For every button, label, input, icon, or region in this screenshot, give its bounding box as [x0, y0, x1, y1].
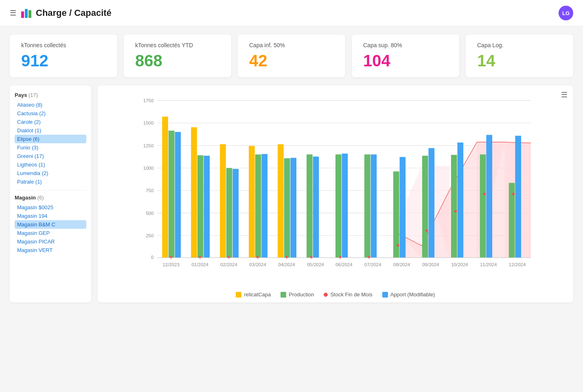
bar-production-6: [335, 154, 342, 258]
page-title: Charge / Capacité: [36, 8, 112, 18]
sidebar-item-magasin-194[interactable]: Magasin 194: [15, 212, 86, 220]
bar-relicatcapa-2: [220, 144, 226, 258]
bar-apport-11: [486, 135, 492, 258]
dot-stock-7: [368, 256, 370, 258]
sidebar-divider: [15, 190, 86, 191]
bar-production-11: [480, 154, 486, 258]
legend-dot-production: [281, 292, 286, 298]
menu-icon[interactable]: ☰: [10, 9, 16, 18]
svg-text:11/2024: 11/2024: [480, 262, 497, 267]
svg-rect-0: [21, 11, 24, 18]
legend-dot-relicatcapa: [236, 292, 241, 298]
kpi-label-0: kTonnes collectés: [21, 42, 106, 48]
main-content: Pays (17) Aliaseo (8) Cactusia (2) Carol…: [0, 85, 583, 312]
bar-production-10: [451, 155, 457, 258]
svg-text:1750: 1750: [143, 98, 154, 103]
svg-text:1250: 1250: [143, 143, 154, 148]
bar-production-1: [197, 155, 204, 257]
sidebar-item-magasin-bmc[interactable]: Magasin B&M C: [15, 220, 86, 229]
sidebar-item-diaklot[interactable]: Diaklot (1): [15, 126, 86, 135]
svg-text:10/2024: 10/2024: [451, 262, 468, 267]
legend-label-stock: Stock Fin de Mois: [330, 291, 372, 298]
sidebar-item-lumendia[interactable]: Lumendia (2): [15, 169, 86, 177]
kpi-label-2: Capa inf. 50%: [249, 42, 334, 48]
sidebar-item-aliaseo[interactable]: Aliaseo (8): [15, 101, 86, 109]
chart-container: 1750 1500 1250 1000 750 500 250 0: [106, 92, 565, 287]
svg-text:750: 750: [146, 188, 153, 193]
chart-legend: relicatCapa Production Stock Fin de Mois…: [106, 291, 565, 298]
svg-text:500: 500: [146, 211, 153, 216]
sidebar-item-carole[interactable]: Carole (2): [15, 118, 86, 126]
kpi-card-1: kTonnes collectés YTD 868: [124, 35, 231, 77]
header-left: ☰ Charge / Capacité: [10, 7, 112, 19]
svg-text:02/2024: 02/2024: [220, 262, 237, 267]
svg-text:06/2024: 06/2024: [335, 262, 353, 267]
kpi-value-4: 14: [477, 52, 562, 70]
bar-apport-3: [261, 154, 267, 258]
kpi-label-4: Capa Log.: [477, 42, 562, 48]
bar-apport-0: [175, 132, 181, 258]
bar-apport-7: [371, 154, 377, 258]
avatar[interactable]: LG: [559, 6, 573, 20]
kpi-card-3: Capa sup. 80% 104: [352, 35, 459, 77]
dot-stock-2: [228, 256, 230, 258]
sidebar-item-magasin-0025[interactable]: Magasin $0025: [15, 203, 86, 212]
legend-production: Production: [281, 291, 314, 298]
svg-text:07/2024: 07/2024: [364, 262, 381, 267]
kpi-value-3: 104: [363, 52, 448, 70]
bar-production-0: [169, 131, 175, 258]
kpi-row: kTonnes collectés 912 kTonnes collectés …: [0, 26, 583, 85]
legend-apport: Apport (Modifiable): [382, 291, 435, 298]
kpi-card-0: kTonnes collectés 912: [10, 35, 117, 77]
dot-stock-8: [397, 244, 399, 247]
magasin-section-title: Magasin (6): [15, 195, 86, 201]
legend-stock: Stock Fin de Mois: [324, 291, 372, 298]
dot-stock-12: [512, 193, 515, 195]
bar-apport-9: [429, 148, 435, 258]
svg-text:1500: 1500: [143, 120, 154, 125]
dot-stock-5: [310, 256, 312, 258]
svg-text:05/2024: 05/2024: [307, 262, 324, 267]
bar-relicatcapa-1: [191, 127, 197, 258]
sidebar-item-funio[interactable]: Funio (3): [15, 143, 86, 152]
bar-production-5: [307, 154, 313, 258]
svg-text:12/2023: 12/2023: [162, 262, 179, 267]
sidebar-item-elipse[interactable]: Elipse (6): [15, 135, 86, 143]
legend-relicatcapa: relicatCapa: [236, 291, 271, 298]
sidebar-item-cactusia[interactable]: Cactusia (2): [15, 109, 86, 118]
legend-dot-stock: [324, 293, 328, 297]
svg-rect-1: [25, 9, 28, 18]
sidebar-item-patrale[interactable]: Patrale (1): [15, 177, 86, 186]
logo-icon: [20, 7, 32, 19]
dot-stock-1: [199, 256, 201, 258]
sidebar-item-magasin-gep[interactable]: Magasin GEP: [15, 229, 86, 237]
bar-apport-1: [204, 156, 210, 258]
dot-stock-6: [339, 256, 341, 258]
sidebar-item-magasin-vert[interactable]: Magasin VERT: [15, 246, 86, 254]
kpi-label-3: Capa sup. 80%: [363, 42, 448, 48]
bar-apport-4: [290, 158, 296, 258]
bar-apport-5: [313, 157, 319, 258]
bar-relicatcapa-4: [278, 144, 284, 258]
chart-panel: ☰ 1750 1500 1250 100: [98, 85, 573, 302]
sidebar-item-magasin-picar[interactable]: Magasin PICAR: [15, 237, 86, 246]
svg-text:04/2024: 04/2024: [278, 262, 295, 267]
svg-text:1000: 1000: [143, 166, 154, 171]
dot-stock-3: [256, 256, 259, 258]
sidebar-item-ligtheos[interactable]: Ligtheos (1): [15, 160, 86, 169]
bar-apport-8: [400, 157, 406, 258]
bar-apport-12: [515, 136, 521, 257]
kpi-value-1: 868: [135, 52, 220, 70]
bar-production-4: [284, 158, 290, 258]
legend-label-relicatcapa: relicatCapa: [244, 291, 271, 298]
kpi-value-2: 42: [249, 52, 334, 70]
dot-stock-4: [285, 256, 288, 258]
kpi-label-1: kTonnes collectés YTD: [135, 42, 220, 48]
header: ☰ Charge / Capacité LG: [0, 0, 583, 26]
kpi-card-4: Capa Log. 14: [466, 35, 573, 77]
bar-apport-10: [457, 142, 463, 258]
bar-production-9: [422, 156, 428, 258]
bar-production-2: [226, 168, 232, 258]
pays-section-title: Pays (17): [15, 92, 86, 98]
sidebar-item-greeni[interactable]: Greeni (17): [15, 152, 86, 160]
